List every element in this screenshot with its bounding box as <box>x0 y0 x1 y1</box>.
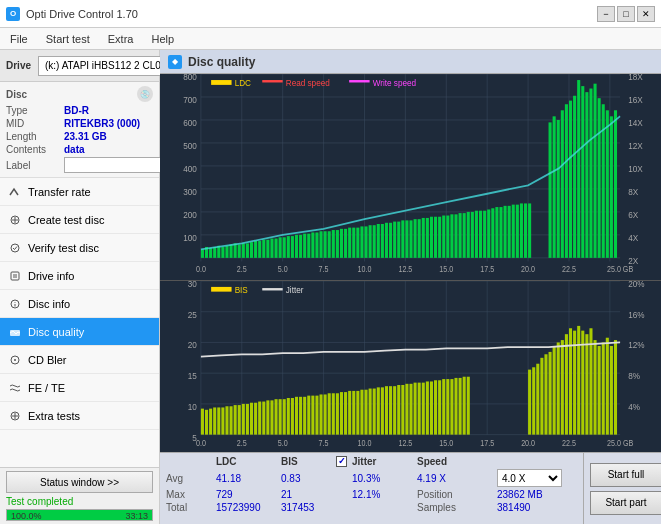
svg-rect-139 <box>504 206 507 258</box>
mid-value: RITEKBR3 (000) <box>64 118 140 129</box>
svg-text:600: 600 <box>183 117 197 128</box>
svg-rect-278 <box>540 357 543 434</box>
svg-text:BIS: BIS <box>235 284 248 295</box>
svg-text:16X: 16X <box>628 94 643 105</box>
svg-rect-79 <box>258 241 261 258</box>
disc-quality-header-icon: ◆ <box>168 55 182 69</box>
svg-text:22.5: 22.5 <box>562 265 576 275</box>
svg-rect-238 <box>320 394 323 434</box>
svg-rect-263 <box>422 382 425 434</box>
nav-disc-info-label: Disc info <box>28 298 70 310</box>
svg-rect-245 <box>348 391 351 435</box>
svg-rect-218 <box>238 405 241 435</box>
chart-ldc: 800 700 600 500 400 300 200 100 18X 16X … <box>160 74 661 281</box>
svg-rect-240 <box>328 393 331 434</box>
svg-text:LDC: LDC <box>235 77 252 88</box>
avg-label: Avg <box>166 473 216 484</box>
chart-ldc-svg: 800 700 600 500 400 300 200 100 18X 16X … <box>160 74 661 280</box>
status-window-button[interactable]: Status window >> <box>6 471 153 493</box>
svg-rect-260 <box>409 383 412 434</box>
svg-text:0.0: 0.0 <box>196 439 206 449</box>
close-button[interactable]: ✕ <box>637 6 655 22</box>
menu-extra[interactable]: Extra <box>104 31 138 47</box>
app-title: Opti Drive Control 1.70 <box>26 8 138 20</box>
menu-starttest[interactable]: Start test <box>42 31 94 47</box>
svg-rect-296 <box>614 340 617 435</box>
nav-create-test-disc[interactable]: Create test disc <box>0 206 159 234</box>
svg-rect-254 <box>385 386 388 434</box>
svg-rect-233 <box>299 396 302 434</box>
svg-rect-246 <box>352 391 355 435</box>
svg-rect-267 <box>438 380 441 434</box>
start-part-button[interactable]: Start part <box>590 491 661 515</box>
svg-rect-102 <box>352 228 355 258</box>
svg-rect-209 <box>201 408 204 434</box>
svg-rect-253 <box>381 387 384 434</box>
status-text: Test completed <box>6 496 153 507</box>
nav-drive-info[interactable]: Drive info <box>0 262 159 290</box>
length-value: 23.31 GB <box>64 131 107 142</box>
position-label: Position <box>417 489 497 500</box>
minimize-button[interactable]: − <box>597 6 615 22</box>
svg-text:12.5: 12.5 <box>398 265 412 275</box>
max-label: Max <box>166 489 216 500</box>
svg-rect-120 <box>426 218 429 258</box>
svg-text:5.0: 5.0 <box>278 265 289 275</box>
nav-cd-bler[interactable]: CD Bler <box>0 346 159 374</box>
nav-transfer-rate[interactable]: Transfer rate <box>0 178 159 206</box>
svg-rect-115 <box>405 220 408 257</box>
svg-text:20%: 20% <box>628 281 644 289</box>
svg-rect-97 <box>332 230 335 258</box>
jitter-checkbox[interactable]: ✓ <box>336 456 347 467</box>
svg-point-8 <box>15 302 16 303</box>
svg-rect-214 <box>221 407 224 434</box>
samples-value: 381490 <box>497 502 577 513</box>
svg-rect-107 <box>373 225 376 258</box>
nav-verify-test-disc[interactable]: Verify test disc <box>0 234 159 262</box>
svg-rect-239 <box>324 394 327 434</box>
svg-text:12X: 12X <box>628 140 643 151</box>
drive-label: Drive <box>6 60 34 71</box>
svg-rect-118 <box>418 219 421 258</box>
nav-disc-info[interactable]: Disc info <box>0 290 159 318</box>
charts-container: 800 700 600 500 400 300 200 100 18X 16X … <box>160 74 661 452</box>
svg-text:2.5: 2.5 <box>237 265 248 275</box>
avg-ldc: 41.18 <box>216 473 281 484</box>
nav-create-test-disc-label: Create test disc <box>28 214 104 226</box>
svg-rect-145 <box>528 203 531 257</box>
svg-rect-89 <box>299 235 302 258</box>
svg-rect-160 <box>606 110 609 258</box>
svg-rect-293 <box>602 342 605 434</box>
speed-select[interactable]: 4.0 X <box>497 469 562 487</box>
svg-rect-96 <box>328 231 331 258</box>
svg-text:7.5: 7.5 <box>319 439 329 449</box>
svg-rect-252 <box>377 387 380 434</box>
svg-rect-143 <box>520 203 523 257</box>
start-full-button[interactable]: Start full <box>590 463 661 487</box>
svg-rect-110 <box>385 223 388 258</box>
svg-rect-132 <box>475 211 478 258</box>
maximize-button[interactable]: □ <box>617 6 635 22</box>
col-speed: Speed <box>417 456 497 467</box>
svg-rect-225 <box>266 400 269 434</box>
svg-rect-93 <box>315 232 318 257</box>
svg-rect-216 <box>230 406 233 434</box>
svg-rect-90 <box>303 234 306 258</box>
menu-file[interactable]: File <box>6 31 32 47</box>
app-icon: O <box>6 7 20 21</box>
nav-extra-tests-label: Extra tests <box>28 410 80 422</box>
svg-rect-76 <box>246 243 249 258</box>
menu-help[interactable]: Help <box>147 31 178 47</box>
nav-extra-tests[interactable]: Extra tests <box>0 402 159 430</box>
svg-rect-288 <box>581 330 584 434</box>
nav-fe-te[interactable]: FE / TE <box>0 374 159 402</box>
disc-quality-icon <box>8 325 22 339</box>
nav-disc-quality[interactable]: Disc quality <box>0 318 159 346</box>
status-area: Status window >> Test completed 100.0% 3… <box>0 467 159 524</box>
svg-rect-230 <box>287 398 290 435</box>
svg-rect-256 <box>393 386 396 434</box>
svg-rect-275 <box>528 369 531 434</box>
svg-rect-211 <box>209 408 212 434</box>
svg-rect-155 <box>585 92 588 258</box>
svg-rect-103 <box>356 228 359 258</box>
